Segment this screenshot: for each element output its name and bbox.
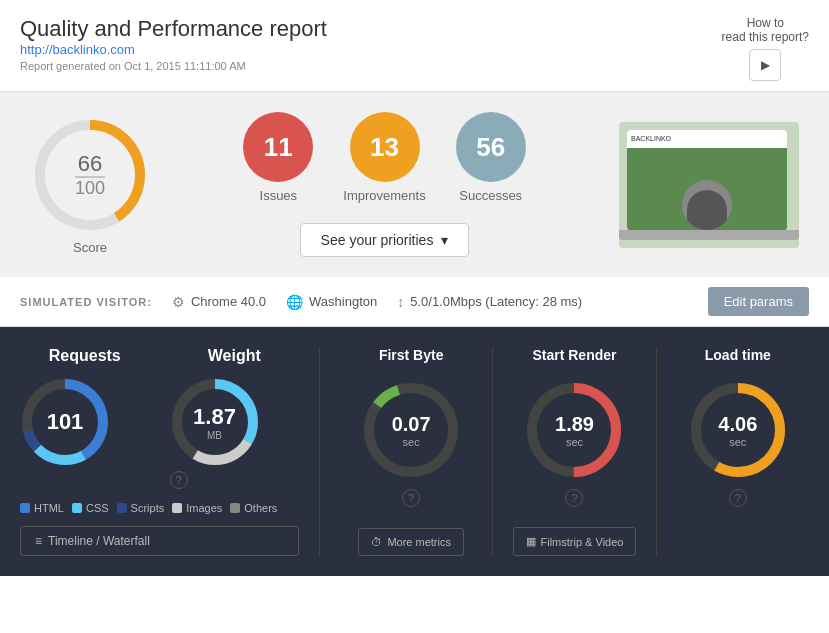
images-dot	[172, 503, 182, 513]
separator-1	[492, 347, 493, 556]
location-item: 🌐 Washington	[286, 294, 377, 310]
more-metrics-button[interactable]: ⏱ More metrics	[358, 528, 464, 556]
speed-icon: ↕	[397, 294, 404, 310]
start-render-question-icon[interactable]: ?	[565, 489, 583, 507]
report-date: Report generated on Oct 1, 2015 11:11:00…	[20, 60, 327, 72]
laptop-area: BACKLINKO	[619, 122, 799, 248]
waterfall-label: Timeline / Waterfall	[48, 534, 150, 548]
filmstrip-button[interactable]: ▦ Filmstrip & Video	[513, 527, 637, 556]
chevron-down-icon: ▾	[441, 232, 448, 248]
priorities-button[interactable]: See your priorities ▾	[300, 223, 470, 257]
load-time-title: Load time	[705, 347, 771, 363]
requests-column: Requests 101	[20, 347, 150, 489]
improvements-circle: 13	[350, 112, 420, 182]
requests-value: 101	[47, 409, 84, 435]
first-byte-donut: 0.07 sec	[361, 380, 461, 480]
weight-value-text: 1.87 MB	[193, 404, 236, 441]
start-render-unit: sec	[555, 436, 594, 448]
more-metrics-label: More metrics	[387, 536, 451, 548]
site-url-link[interactable]: http://backlinko.com	[20, 42, 135, 57]
others-dot	[230, 503, 240, 513]
first-byte-value: 0.07	[392, 413, 431, 436]
play-icon: ▶	[761, 58, 770, 72]
browser-icon: ⚙	[172, 294, 185, 310]
issues-bubble: 11 Issues	[243, 112, 313, 203]
waterfall-button[interactable]: ≡ Timeline / Waterfall	[20, 526, 299, 556]
header-left: Quality and Performance report http://ba…	[20, 16, 327, 72]
first-byte-unit: sec	[392, 436, 431, 448]
stats-area: 11 Issues 13 Improvements 56 Successes S…	[190, 112, 579, 257]
speed-item: ↕ 5.0/1.0Mbps (Latency: 28 ms)	[397, 294, 582, 310]
metrics-section: Requests 101 Weight	[0, 327, 829, 576]
html-label: HTML	[34, 502, 64, 514]
legend-html: HTML	[20, 502, 64, 514]
play-button[interactable]: ▶	[749, 49, 781, 81]
html-dot	[20, 503, 30, 513]
legend-others: Others	[230, 502, 277, 514]
location-label: Washington	[309, 294, 377, 309]
score-label: Score	[30, 240, 150, 255]
metrics-right: First Byte 0.07 sec ? ⏱ More metrics	[320, 347, 809, 556]
weight-question-icon[interactable]: ?	[170, 471, 188, 489]
first-byte-title: First Byte	[379, 347, 444, 363]
filmstrip-label: Filmstrip & Video	[541, 536, 624, 548]
css-dot	[72, 503, 82, 513]
scripts-dot	[117, 503, 127, 513]
legend-images: Images	[172, 502, 222, 514]
successes-circle: 56	[456, 112, 526, 182]
start-render-title: Start Render	[532, 347, 616, 363]
load-time-question-icon[interactable]: ?	[729, 489, 747, 507]
legend-css: CSS	[72, 502, 109, 514]
load-time-value-text: 4.06 sec	[718, 413, 757, 448]
visitor-bar: SIMULATED VISITOR: ⚙ Chrome 40.0 🌐 Washi…	[0, 277, 829, 327]
priorities-label: See your priorities	[321, 232, 434, 248]
requests-value-text: 101	[47, 409, 84, 435]
legend-scripts: Scripts	[117, 502, 165, 514]
start-render-donut: 1.89 sec	[524, 380, 624, 480]
successes-label: Successes	[456, 188, 526, 203]
filmstrip-icon: ▦	[526, 535, 536, 548]
score-numerator: 66	[75, 150, 105, 176]
legend: HTML CSS Scripts Images Others	[20, 502, 299, 514]
start-render-column: Start Render 1.89 sec ? ▦ Filmstrip & Vi…	[503, 347, 645, 556]
how-to-label: How toread this report?	[722, 16, 809, 44]
page-header: Quality and Performance report http://ba…	[0, 0, 829, 92]
weight-value: 1.87	[193, 404, 236, 430]
requests-donut: 101	[20, 377, 110, 467]
speed-label: 5.0/1.0Mbps (Latency: 28 ms)	[410, 294, 582, 309]
weight-title: Weight	[170, 347, 300, 365]
first-byte-column: First Byte 0.07 sec ? ⏱ More metrics	[340, 347, 482, 556]
first-byte-value-text: 0.07 sec	[392, 413, 431, 448]
load-time-donut: 4.06 sec	[688, 380, 788, 480]
weight-donut: 1.87 MB	[170, 377, 260, 467]
improvements-label: Improvements	[343, 188, 425, 203]
globe-icon: 🌐	[286, 294, 303, 310]
visitor-bar-label: SIMULATED VISITOR:	[20, 296, 152, 308]
start-render-value: 1.89	[555, 413, 594, 436]
weight-unit: MB	[193, 430, 236, 441]
edit-params-button[interactable]: Edit params	[708, 287, 809, 316]
others-label: Others	[244, 502, 277, 514]
waterfall-icon: ≡	[35, 534, 42, 548]
score-section: 66 100 Score 11 Issues 13 Improvements 5…	[0, 92, 829, 277]
browser-item: ⚙ Chrome 40.0	[172, 294, 266, 310]
clock-icon: ⏱	[371, 536, 382, 548]
header-right: How toread this report? ▶	[722, 16, 809, 81]
load-time-value: 4.06	[718, 413, 757, 436]
separator-2	[656, 347, 657, 556]
issues-label: Issues	[243, 188, 313, 203]
score-denominator: 100	[75, 176, 105, 199]
load-time-unit: sec	[718, 436, 757, 448]
css-label: CSS	[86, 502, 109, 514]
weight-column: Weight 1.87 MB ?	[170, 347, 300, 489]
page-title: Quality and Performance report	[20, 16, 327, 42]
score-donut-container: 66 100 Score	[30, 115, 150, 255]
first-byte-question-icon[interactable]: ?	[402, 489, 420, 507]
improvements-bubble: 13 Improvements	[343, 112, 425, 203]
requests-title: Requests	[20, 347, 150, 365]
issues-circle: 11	[243, 112, 313, 182]
load-time-column: Load time 4.06 sec ?	[667, 347, 809, 556]
successes-bubble: 56 Successes	[456, 112, 526, 203]
browser-label: Chrome 40.0	[191, 294, 266, 309]
scripts-label: Scripts	[131, 502, 165, 514]
